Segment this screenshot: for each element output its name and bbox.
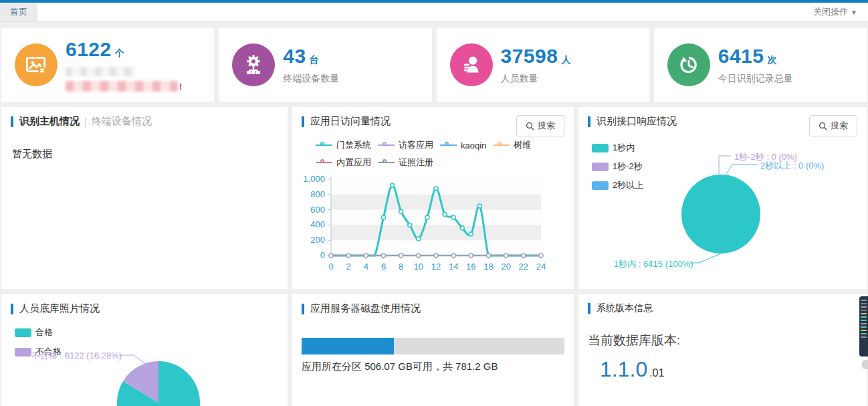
svg-text:800: 800 xyxy=(310,189,325,199)
close-operations-label: 关闭操作 xyxy=(813,6,848,18)
svg-text:600: 600 xyxy=(310,205,325,215)
svg-text:24: 24 xyxy=(536,262,546,272)
daily-visits-chart[interactable]: 02004006008001,000024681012141618202224 xyxy=(292,174,574,276)
svg-text:0: 0 xyxy=(328,262,333,272)
svg-text:20: 20 xyxy=(501,262,510,272)
svg-text:8: 8 xyxy=(399,262,403,272)
chevron-down-icon: ▼ xyxy=(851,9,857,16)
db-version-label: 当前数据库版本: xyxy=(588,332,857,349)
title-accent-bar xyxy=(588,303,590,314)
stat-label: 终端设备数量 xyxy=(283,73,339,85)
person-list-icon xyxy=(450,43,493,86)
stat-value: 6415 xyxy=(718,45,764,68)
svg-text:0: 0 xyxy=(320,250,325,260)
db-version-suffix: .01 xyxy=(649,367,664,379)
photo-x-icon xyxy=(15,43,58,86)
panel-title: 识别接口响应情况 xyxy=(596,115,677,128)
svg-text:16: 16 xyxy=(466,262,475,272)
search-icon xyxy=(526,122,534,130)
middle-panels-row: 识别主机情况 | 终端设备情况 暂无数据 应用日访问量情况 搜索 门禁系统访客应… xyxy=(0,107,868,289)
disk-usage-bar xyxy=(302,338,564,354)
close-operations-menu[interactable]: 关闭操作 ▼ xyxy=(813,3,868,21)
stat-card-photos: 6122 个 ! xyxy=(1,28,214,102)
panel-response-time: 识别接口响应情况 搜索 1秒内1秒-2秒2秒以上 1秒-2秒 : 0 (0%) … xyxy=(578,107,867,289)
panel-system-version: 系统版本信息 当前数据库版本: 1.1.0 .01 xyxy=(578,294,867,406)
search-button[interactable]: 搜索 xyxy=(516,115,564,136)
svg-text:200: 200 xyxy=(310,235,325,245)
svg-text:12: 12 xyxy=(431,262,441,272)
title-accent-bar xyxy=(588,116,590,127)
search-icon xyxy=(819,122,827,130)
scrollbar-blob[interactable] xyxy=(862,360,868,369)
stat-value: 37598 xyxy=(501,45,558,68)
title-accent-bar xyxy=(11,304,13,314)
stat-value: 43 xyxy=(283,45,306,68)
panel-title: 人员底库照片情况 xyxy=(19,302,100,315)
stat-value: 6122 xyxy=(66,38,112,61)
svg-text:18: 18 xyxy=(483,262,493,272)
disk-usage-caption: 应用所在分区 506.07 GB可用，共 781.2 GB xyxy=(302,361,564,373)
svg-text:22: 22 xyxy=(519,262,528,272)
stat-label: 人员数量 xyxy=(501,73,571,85)
search-label: 搜索 xyxy=(831,120,848,132)
stat-card-devices: 43 台 终端设备数量 xyxy=(219,28,431,102)
title-divider: | xyxy=(84,116,87,127)
legend-item-门禁系统[interactable]: 门禁系统 xyxy=(316,139,371,151)
pie-label-under-1s: 1秒内 : 6415 (100%) xyxy=(614,258,693,270)
svg-text:1,000: 1,000 xyxy=(303,174,325,184)
legend-item-kaoqin[interactable]: kaoqin xyxy=(440,139,486,151)
panel-host-status: 识别主机情况 | 终端设备情况 暂无数据 xyxy=(1,107,288,289)
stat-unit: 台 xyxy=(310,54,319,66)
title-accent-bar xyxy=(11,116,13,127)
panel-title: 应用服务器磁盘使用情况 xyxy=(310,302,421,315)
svg-text:2: 2 xyxy=(346,262,351,272)
scrollbar-minimap-widget[interactable] xyxy=(859,296,868,357)
title-accent-bar xyxy=(302,116,304,127)
stat-card-records: 6415 次 今日识别记录总量 xyxy=(654,28,867,102)
svg-text:400: 400 xyxy=(310,219,325,229)
svg-text:10: 10 xyxy=(414,262,423,272)
empty-data-text: 暂无数据 xyxy=(12,148,278,161)
panel-disk-usage: 应用服务器磁盘使用情况 应用所在分区 506.07 GB可用，共 781.2 G… xyxy=(292,294,574,406)
device-gear-icon xyxy=(232,43,275,86)
search-label: 搜索 xyxy=(538,120,555,132)
stat-cards-row: 6122 个 ! xyxy=(0,28,868,102)
tab-terminal-devices[interactable]: 终端设备情况 xyxy=(92,115,152,128)
panel-title: 识别主机情况 xyxy=(19,115,80,128)
panel-daily-visits: 应用日访问量情况 搜索 门禁系统访客应用kaoqin树维内置应用证照注册 020… xyxy=(292,107,574,289)
photos-pie-chart[interactable] xyxy=(1,321,288,406)
legend-item-访客应用[interactable]: 访客应用 xyxy=(378,139,433,151)
bottom-panels-row: 人员底库照片情况 合格不合格 不合格 : 6122 (16.28%) 应用服务器… xyxy=(0,294,868,406)
redacted-label-line-2 xyxy=(66,81,178,92)
redacted-label-line xyxy=(66,67,136,76)
stat-card-personnel: 37598 人 人员数量 xyxy=(437,28,649,102)
tab-home[interactable]: 首页 xyxy=(0,3,37,21)
svg-text:6: 6 xyxy=(381,262,386,272)
stat-unit: 个 xyxy=(115,47,124,60)
title-accent-bar xyxy=(302,304,304,314)
visits-legend: 门禁系统访客应用kaoqin树维内置应用证照注册 xyxy=(316,139,544,169)
legend-item-树维[interactable]: 树维 xyxy=(493,139,531,151)
panel-title: 系统版本信息 xyxy=(596,302,653,314)
panel-base-photos: 人员底库照片情况 合格不合格 不合格 : 6122 (16.28%) xyxy=(1,294,288,406)
stat-unit: 人 xyxy=(561,54,570,66)
svg-text:4: 4 xyxy=(364,262,368,272)
tab-bar: 首页 关闭操作 ▼ xyxy=(0,3,868,22)
legend-item-证照注册[interactable]: 证照注册 xyxy=(378,157,433,169)
stat-label: 今日识别记录总量 xyxy=(718,73,793,85)
panel-title: 应用日访问量情况 xyxy=(310,115,391,128)
pie-label-unqualified: 不合格 : 6122 (16.28%) xyxy=(31,350,122,362)
history-clock-icon xyxy=(667,43,710,86)
redaction-mark: ! xyxy=(179,82,182,92)
db-version-number: 1.1.0 xyxy=(600,357,647,382)
pie-label-over-2s: 2秒以上 : 0 (0%) xyxy=(760,160,824,172)
stat-unit: 次 xyxy=(768,54,777,66)
legend-item-内置应用[interactable]: 内置应用 xyxy=(316,157,371,169)
svg-text:14: 14 xyxy=(449,262,458,272)
disk-usage-fill xyxy=(302,338,394,354)
